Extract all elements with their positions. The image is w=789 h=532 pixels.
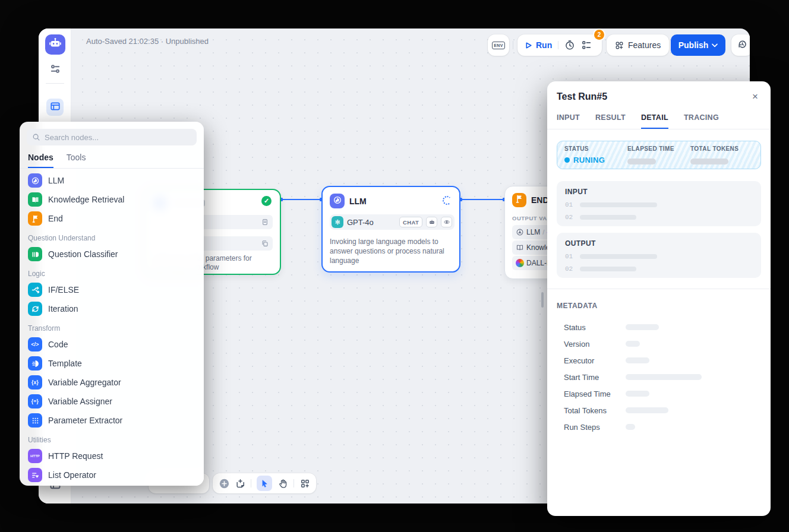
tab-input[interactable]: INPUT [557,113,580,129]
status-label: STATUS [564,145,627,152]
add-note-button[interactable] [235,478,245,489]
http-icon: HTTP [28,449,42,463]
node-list-item[interactable]: Iteration [23,299,200,318]
node-list-item[interactable]: List Operator [23,466,200,484]
features-button[interactable]: Features [607,34,669,56]
node-list-item[interactable]: {x}Variable Aggregator [23,373,200,392]
metadata-row: Version [564,335,760,352]
canvas-toolbar [213,473,316,493]
run-history-icon[interactable] [564,40,575,50]
node-list-item[interactable]: Question Classifier [23,245,200,264]
template-icon [28,356,42,370]
sidebar-divider [46,83,64,84]
window-icon [50,101,61,114]
vareq-icon: {=} [28,394,42,408]
llm-node-icon [330,194,345,208]
metadata-label: METADATA [557,302,598,310]
tab-nodes[interactable]: Nodes [28,153,53,168]
close-icon[interactable]: × [748,90,762,104]
features-icon [615,41,624,50]
total-tokens-label: TOTAL TOKENS [690,145,753,152]
hand-icon [278,479,288,489]
metadata-row: Status [564,319,760,335]
book-ref-icon [516,243,524,252]
sliders-icon[interactable] [49,63,61,75]
node-list-item[interactable]: Template [23,354,200,373]
add-node-button[interactable] [219,478,229,489]
dalle-icon [516,259,524,267]
node-list-item[interactable]: Parameter Extractor [23,411,200,430]
checklist-badge: 2 [594,30,604,40]
flag-icon [28,211,42,226]
node-list-item[interactable]: End [23,209,200,228]
tab-result[interactable]: RESULT [595,113,626,129]
metadata-rows: StatusVersionExecutorStart TimeElapsed T… [564,319,760,435]
version-history-button[interactable] [731,34,750,56]
metadata-row: Run Steps [564,419,760,435]
book-icon [28,192,42,207]
canvas-scrollbar[interactable] [541,292,544,308]
robot-icon [49,37,62,52]
classifier-icon [28,247,42,261]
model-selector[interactable]: ✻ GPT-4o CHAT [330,214,455,230]
metadata-row: Total Tokens [564,402,760,419]
loop-icon [28,302,42,316]
panel-title: Test Run#5 [557,91,607,102]
end-node-title: END [531,195,549,205]
elapsed-skeleton [627,159,656,164]
run-toolbar-group: Run [517,34,602,56]
env-button[interactable]: ENV [488,34,509,56]
organize-blocks-button[interactable] [299,478,310,489]
listop-icon [28,468,42,482]
search-icon [32,133,40,141]
metadata-row: Executor [564,352,760,369]
document-icon [261,218,269,226]
status-value: RUNING [573,156,605,164]
env-icon: ENV [492,42,504,49]
node-list-item[interactable]: Knowledge Retrieval [23,190,200,209]
output-section: OUTPUT 01 02 [557,233,761,278]
node-list-item[interactable]: LLM [23,171,200,190]
tab-tools[interactable]: Tools [67,153,86,168]
test-run-panel: Test Run#5 × INPUTRESULTDETAILTRACING ST… [547,81,771,516]
status-card: STATUS RUNING ELAPSED TIME TOTAL TOKENS [557,141,761,169]
metadata-row: Start Time [564,369,760,385]
chevron-down-icon [712,43,718,48]
llm-icon [28,173,42,188]
cursor-icon [260,479,269,488]
llm-node[interactable]: LLM ✻ GPT-4o CHAT Invoking large languag… [321,186,460,273]
copy-icon [261,239,269,248]
app-logo[interactable] [45,34,65,55]
chat-mode-badge: CHAT [399,217,422,227]
node-section-title: Transform [23,318,200,335]
end-node-icon [512,193,526,207]
loading-spinner-icon [443,196,452,205]
node-list-item[interactable]: {=}Variable Assigner [23,392,200,411]
pointer-tool-button[interactable] [257,476,272,491]
running-dot-icon [564,157,570,163]
node-search[interactable] [27,129,197,145]
node-picker-panel: Nodes Tools LLMKnowledge RetrievalEndQue… [20,122,204,486]
search-input[interactable] [45,133,191,142]
varx-icon: {x} [28,375,42,390]
publish-button[interactable]: Publish [671,34,725,56]
llm-node-title: LLM [349,197,367,206]
screen-root: { "topbar": { "autosave": "Auto-Saved 21… [0,0,789,532]
llm-node-description: Invoking large language models to answer… [330,237,456,265]
node-list-item[interactable]: IF/ELSE [23,280,200,299]
run-button[interactable]: Run [525,40,552,50]
play-icon [525,42,532,49]
success-check-icon: ✓ [261,196,272,206]
node-panel-tabs: Nodes Tools [20,145,204,169]
workflow-panel-button[interactable] [46,99,64,116]
history-icon [737,39,747,52]
hand-tool-button[interactable] [277,478,288,489]
node-list-item[interactable]: HTTPHTTP Request [23,446,200,466]
node-list-item[interactable]: </>Code [23,335,200,354]
elapsed-time-label: ELAPSED TIME [627,145,690,152]
model-name: GPT-4o [347,218,396,227]
checklist-icon[interactable] [581,40,592,50]
tab-detail[interactable]: DETAIL [641,113,668,129]
tab-tracing[interactable]: TRACING [684,113,719,129]
agent-badge-icon [426,217,437,227]
